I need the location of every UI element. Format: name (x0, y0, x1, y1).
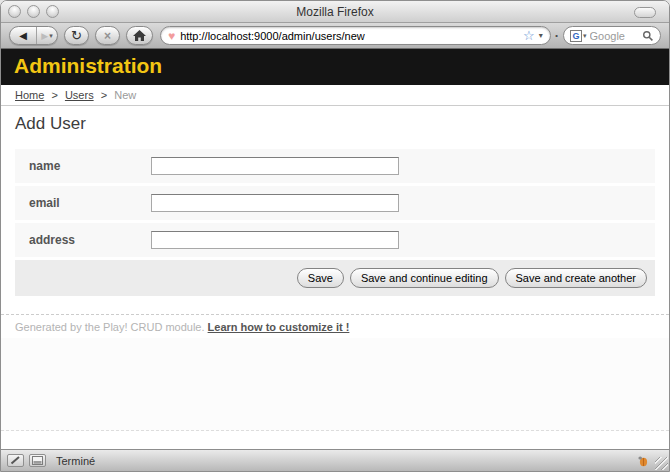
close-button[interactable] (8, 5, 21, 18)
name-label: name (15, 159, 151, 173)
admin-header: Administration (1, 49, 669, 85)
toolbar-separator-dot: · (555, 28, 559, 43)
status-text: Terminé (56, 455, 95, 467)
search-magnifier-icon[interactable] (642, 30, 654, 42)
bookmark-star-icon[interactable]: ☆ (523, 29, 535, 42)
breadcrumb-link-home[interactable]: Home (15, 89, 44, 101)
navigation-toolbar: ◀ ▶ ▾ ↻ × ♥ ☆ ▾ · G ▾ (1, 23, 669, 49)
statusbar-pencil-icon[interactable] (7, 454, 24, 467)
admin-title: Administration (1, 49, 669, 78)
window-title: Mozilla Firefox (1, 5, 669, 19)
breadcrumb-link-users[interactable]: Users (65, 89, 94, 101)
search-input[interactable] (590, 30, 642, 42)
history-button-group: ◀ ▶ ▾ (9, 26, 58, 45)
save-button[interactable]: Save (297, 268, 344, 288)
history-dropdown-icon[interactable]: ▾ (49, 32, 53, 40)
breadcrumb-separator: > (51, 89, 57, 101)
forward-button[interactable]: ▶ ▾ (37, 27, 57, 44)
search-engine-dropdown-icon[interactable]: ▾ (583, 32, 587, 40)
reload-button[interactable]: ↻ (64, 26, 89, 45)
back-button[interactable]: ◀ (10, 27, 37, 44)
breadcrumb-separator: > (101, 89, 107, 101)
page-background-area (1, 338, 669, 431)
breadcrumb: Home > Users > New (1, 85, 669, 106)
window-titlebar[interactable]: Mozilla Firefox (1, 1, 669, 23)
form-row-email: email (15, 186, 655, 220)
statusbar-panel-icon[interactable] (29, 454, 46, 467)
footer-text: Generated by the Play! CRUD module. (15, 321, 208, 333)
customize-link[interactable]: Learn how to customize it ! (208, 321, 350, 333)
status-bar: Terminé (1, 449, 669, 471)
save-and-continue-button[interactable]: Save and continue editing (350, 268, 499, 288)
save-and-create-another-button[interactable]: Save and create another (505, 268, 647, 288)
back-icon: ◀ (19, 30, 27, 41)
reload-icon: ↻ (71, 28, 82, 43)
url-dropdown-icon[interactable]: ▾ (539, 31, 543, 40)
form-actions: Save Save and continue editing Save and … (15, 260, 655, 296)
breadcrumb-current: New (114, 89, 136, 101)
browser-window: Mozilla Firefox ◀ ▶ ▾ ↻ × ♥ ☆ (0, 0, 670, 472)
crud-footer: Generated by the Play! CRUD module. Lear… (1, 314, 669, 341)
form-row-address: address (15, 223, 655, 257)
page-title: Add User (15, 114, 86, 134)
zoom-button[interactable] (46, 5, 59, 18)
forward-icon: ▶ (41, 31, 48, 41)
minimize-button[interactable] (27, 5, 40, 18)
search-box: G ▾ (563, 26, 661, 45)
home-icon (133, 30, 146, 41)
firebug-icon[interactable] (636, 454, 649, 467)
site-favicon-heart-icon[interactable]: ♥ (168, 30, 175, 42)
home-button[interactable] (126, 26, 153, 45)
resize-grip[interactable] (655, 457, 668, 470)
google-logo-icon[interactable]: G (570, 30, 582, 42)
address-input[interactable] (151, 231, 399, 249)
stop-icon: × (104, 29, 111, 43)
url-bar: ♥ ☆ ▾ (160, 26, 551, 45)
window-controls (8, 5, 59, 18)
address-label: address (15, 233, 151, 247)
toolbar-toggle-button[interactable] (634, 7, 656, 18)
add-user-form: name email address Save Save and continu… (15, 149, 655, 296)
url-input[interactable] (180, 30, 523, 42)
email-input[interactable] (151, 194, 399, 212)
form-row-name: name (15, 149, 655, 183)
name-input[interactable] (151, 157, 399, 175)
stop-button[interactable]: × (95, 26, 120, 45)
email-label: email (15, 196, 151, 210)
